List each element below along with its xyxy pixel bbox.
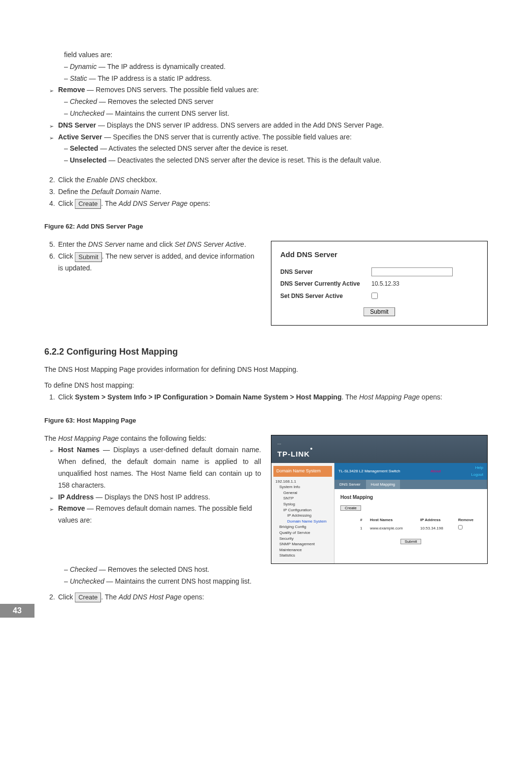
panel-title: Add DNS Server bbox=[280, 248, 478, 261]
term: Unselected bbox=[70, 156, 107, 164]
field-label: Set DNS Server Active bbox=[280, 291, 371, 301]
host-mapping-screenshot: ⋯ TP-LINK Domain Name System 192.168.1.1… bbox=[271, 435, 488, 564]
step-number: 2. bbox=[49, 174, 55, 186]
field-label: DNS Server bbox=[280, 267, 371, 277]
content-title: Host Mapping bbox=[340, 493, 481, 501]
list-item: Remove — Removes default domain names. T… bbox=[49, 503, 261, 527]
list-item: – Selected — Activates the selected DNS … bbox=[64, 143, 488, 155]
tree-node-sysinfo[interactable]: System Info bbox=[275, 484, 331, 490]
submit-button[interactable]: Submit bbox=[364, 307, 395, 316]
text: — Displays the DNS host IP address. bbox=[94, 493, 210, 501]
col-num: # bbox=[360, 517, 364, 524]
submit-button[interactable]: Submit bbox=[75, 252, 101, 262]
list-item: – Checked — Removes the selected DNS hos… bbox=[64, 564, 488, 576]
list-item: Remove — Removes DNS servers. The possib… bbox=[49, 84, 488, 96]
term: Host Mapping Page bbox=[359, 393, 420, 401]
paragraph: To define DNS host mapping: bbox=[44, 380, 488, 392]
list-item: Active Server — Specifies the DNS server… bbox=[49, 132, 488, 143]
remove-checkbox[interactable] bbox=[458, 525, 463, 529]
term: Static bbox=[70, 74, 87, 82]
dash: – bbox=[64, 144, 70, 152]
text: name and click bbox=[125, 240, 174, 248]
tree-node-bridging[interactable]: Bridging Config bbox=[275, 524, 331, 530]
text: — Specifies the DNS server that is curre… bbox=[102, 133, 352, 141]
list-item: – Static — The IP address is a static IP… bbox=[64, 73, 488, 85]
term: Selected bbox=[70, 144, 99, 152]
brand-dot-icon bbox=[310, 448, 312, 450]
tree-node-ipaddr[interactable]: IP Addressing bbox=[275, 513, 331, 519]
step-number: 4. bbox=[49, 198, 55, 210]
list-item: – Dynamic — The IP address is dynamicall… bbox=[64, 61, 488, 73]
submit-button[interactable]: Submit bbox=[400, 539, 422, 544]
table-row: 1 www.example.com 10.53.34.198 bbox=[360, 525, 481, 532]
cell-ip: 10.53.34.198 bbox=[420, 525, 452, 532]
text: — The IP address is dynamically created. bbox=[97, 63, 226, 70]
term: Default Domain Name bbox=[92, 188, 160, 196]
term: Active Server bbox=[58, 133, 102, 141]
tab-host-mapping[interactable]: Host Mapping bbox=[366, 480, 400, 490]
text: . bbox=[244, 240, 246, 248]
term: Remove bbox=[58, 504, 85, 512]
help-link[interactable]: HelpLogout bbox=[471, 464, 483, 478]
tab-dns-server[interactable]: DNS Server bbox=[334, 480, 366, 490]
text: contains the following fields: bbox=[119, 434, 206, 442]
list-item: – Unchecked — Maintains the current DNS … bbox=[64, 576, 488, 588]
tree-node-root[interactable]: 192.168.1.1 bbox=[275, 479, 331, 485]
dash: – bbox=[64, 109, 70, 117]
text: The bbox=[44, 434, 58, 442]
step-item: 4. Click Create. The Add DNS Server Page… bbox=[49, 198, 488, 210]
text: Click bbox=[58, 593, 75, 601]
step-item: 2. Click Create. The Add DNS Host Page o… bbox=[49, 592, 488, 603]
dash: – bbox=[64, 74, 70, 82]
column-left: The Host Mapping Page contains the follo… bbox=[44, 433, 261, 564]
text: Enter the bbox=[58, 240, 88, 248]
text: Click the bbox=[58, 176, 87, 184]
text: — Removes the selected DNS server bbox=[97, 98, 214, 105]
dns-server-input[interactable] bbox=[371, 267, 453, 276]
tree-node-ipconf[interactable]: IP Configuration bbox=[275, 507, 331, 513]
paragraph: The DNS Host Mapping Page provides infor… bbox=[44, 364, 488, 376]
tree-node-maint[interactable]: Maintenance bbox=[275, 547, 331, 553]
product-title: TL-SL3428 L2 Management Switch bbox=[338, 468, 400, 475]
list-item: – Unselected — Deactivates the selected … bbox=[64, 155, 488, 166]
step-item: 5. Enter the DNS Server name and click S… bbox=[49, 239, 261, 251]
text: — Removes the selected DNS host. bbox=[97, 565, 209, 573]
dash: – bbox=[64, 565, 70, 573]
tree-node-security[interactable]: Security bbox=[275, 536, 331, 542]
step-item: 2. Click the Enable DNS checkbox. bbox=[49, 174, 488, 186]
set-active-checkbox[interactable] bbox=[371, 293, 378, 299]
create-button[interactable]: Create bbox=[75, 593, 101, 602]
about-link[interactable]: About bbox=[431, 468, 441, 475]
term: Checked bbox=[70, 98, 97, 105]
term: Checked bbox=[70, 565, 97, 573]
term: Add DNS Host Page bbox=[119, 593, 182, 601]
create-button[interactable]: Create bbox=[75, 199, 101, 209]
term: Unchecked bbox=[70, 109, 104, 117]
text: . The bbox=[101, 593, 119, 601]
text: — Removes default domain names. The poss… bbox=[58, 504, 252, 524]
tree-node-stats[interactable]: Statistics bbox=[275, 553, 331, 559]
text: — Deactivates the selected DNS server af… bbox=[106, 156, 381, 164]
text: opens: bbox=[188, 199, 210, 207]
tree-node-dns[interactable]: Domain Name System bbox=[275, 519, 331, 525]
figure-caption: Figure 63: Host Mapping Page bbox=[44, 415, 488, 426]
term: Add DNS Server Page bbox=[119, 199, 188, 207]
tree-node-syslog[interactable]: Syslog bbox=[275, 501, 331, 507]
field-label: DNS Server Currently Active bbox=[280, 279, 371, 289]
col-host: Host Names bbox=[370, 517, 414, 524]
tree-node-snmp[interactable]: SNMP Management bbox=[275, 541, 331, 547]
tree-node-sntp[interactable]: SNTP bbox=[275, 495, 331, 501]
text: opens: bbox=[420, 393, 442, 401]
tree-node-qos[interactable]: Quality of Service bbox=[275, 530, 331, 536]
term: Host Mapping Page bbox=[58, 434, 119, 442]
list-item: DNS Server — Displays the DNS server IP … bbox=[49, 120, 488, 132]
text: opens: bbox=[181, 593, 204, 601]
text: — Removes DNS servers. The possible fiel… bbox=[85, 86, 259, 94]
dash: – bbox=[64, 98, 70, 105]
text: — Maintains the current DNS host mapping… bbox=[104, 577, 252, 585]
brand-icon: ⋯ bbox=[277, 442, 281, 446]
create-button[interactable]: Create bbox=[340, 505, 361, 511]
tree-node-general[interactable]: General bbox=[275, 490, 331, 496]
list-item: – Checked — Removes the selected DNS ser… bbox=[64, 96, 488, 108]
field-value: 10.5.12.33 bbox=[371, 279, 399, 289]
